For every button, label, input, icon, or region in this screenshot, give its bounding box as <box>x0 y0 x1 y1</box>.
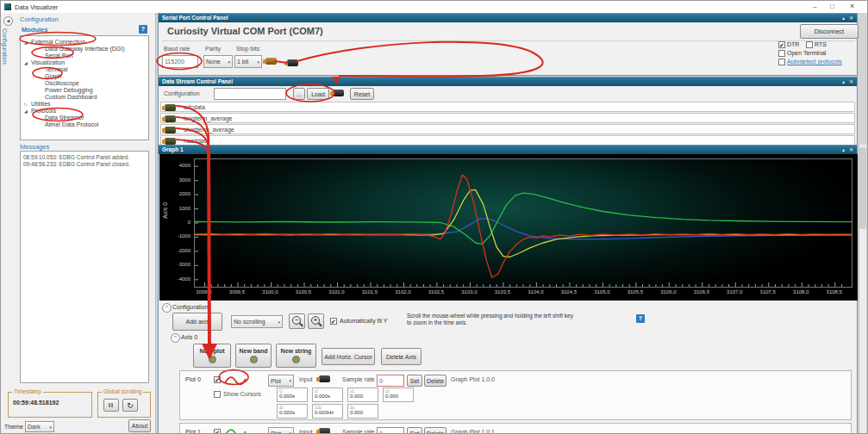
refresh-scrolling-button[interactable]: ↻ <box>122 399 138 412</box>
about-button[interactable]: About <box>128 419 151 432</box>
graph-help-icon[interactable]: ? <box>636 314 645 323</box>
plot0-set-button[interactable]: Set <box>407 375 422 387</box>
cursor-stat-box[interactable]: y20.000 <box>383 388 414 402</box>
stream-config-plug-icon[interactable] <box>333 90 344 96</box>
plot1-sample-rate-input[interactable] <box>377 427 404 434</box>
stream-item-longterm_average[interactable]: longterm_average <box>160 113 855 123</box>
stream-plug-icon[interactable] <box>165 115 176 122</box>
plot0-input-plug-icon[interactable] <box>319 375 330 382</box>
tree-item-serial-port[interactable]: Serial Port <box>21 53 148 59</box>
stream-plug-icon[interactable] <box>165 127 176 133</box>
serial-panel-header[interactable]: Serial Port Control Panel ▴ ✕ <box>159 14 857 22</box>
stream-plug-icon[interactable] <box>165 104 176 111</box>
minimize-icon[interactable]: – <box>813 3 816 10</box>
tree-item-oscilloscope[interactable]: Oscilloscope <box>21 80 148 87</box>
stream-item-shortterm_average[interactable]: shortterm_average <box>160 124 855 134</box>
tree-item-protocols[interactable]: ◢Protocols <box>21 108 148 115</box>
stream-configuration-input[interactable] <box>214 88 286 100</box>
cursor-stat-box[interactable]: Δt0.000s <box>277 404 308 418</box>
plot1-type-dropdown[interactable]: Plot▾ <box>268 427 294 434</box>
maximize-icon[interactable]: □ <box>830 3 834 10</box>
zoom-out-button[interactable]: − <box>289 313 305 329</box>
browse-button[interactable]: ... <box>293 88 305 100</box>
cursor-stat-box[interactable]: t10.000s <box>277 388 308 402</box>
stream-plug-icon[interactable] <box>165 138 176 145</box>
collapse-sidebar-button[interactable]: ◀ <box>3 16 13 26</box>
close-panel-icon[interactable]: ✕ <box>849 78 853 86</box>
add-axis-button[interactable]: Add axis <box>172 313 222 331</box>
close-icon[interactable]: × <box>850 2 854 10</box>
expanded-tree-icon[interactable]: ◢ <box>24 108 31 115</box>
open-terminal-checkbox[interactable] <box>778 50 785 57</box>
graph-panel-header[interactable]: Graph 1 ▴ ✕ <box>159 146 857 154</box>
cursor-stat-box[interactable]: 1/Δt0.000Hz <box>312 404 343 418</box>
tree-item-external-connection[interactable]: ◢External Connection <box>21 39 148 46</box>
cursor-stat-box[interactable]: Δy0.000 <box>347 404 378 418</box>
tree-item-atmel-data-protocol[interactable]: Atmel Data Protocol <box>21 121 148 128</box>
collapse-configuration-button[interactable]: ^ <box>162 303 172 313</box>
sidebar-vertical-tab[interactable]: Configuration <box>2 28 8 65</box>
plot0-type-dropdown[interactable]: Plot▾ <box>268 375 294 387</box>
collapsed-tree-icon[interactable]: ▷ <box>24 101 31 108</box>
collapse-panel-icon[interactable]: ▴ <box>842 78 845 86</box>
tree-item-visualization[interactable]: ◢Visualization <box>21 59 148 66</box>
stream-panel-header[interactable]: Data Stream Control Panel ▴ ✕ <box>159 78 857 86</box>
collapse-panel-icon[interactable]: ▴ <box>842 146 845 154</box>
theme-dropdown[interactable]: Dark▾ <box>25 421 54 432</box>
delete-axis-button[interactable]: Delete Axis <box>381 348 422 365</box>
baud-rate-input[interactable] <box>162 55 198 68</box>
zoom-in-button[interactable]: + <box>308 313 324 329</box>
new-band-button[interactable]: New band <box>235 344 272 368</box>
autodetect-checkbox[interactable] <box>778 59 785 65</box>
parity-dropdown[interactable]: None▾ <box>203 55 233 68</box>
y-tick-label: 1000 <box>170 206 190 211</box>
tree-item-custom-dashboard[interactable]: Custom Dashboard <box>21 94 148 101</box>
cursor-stat-box[interactable]: t20.000s <box>312 388 343 402</box>
fit-y-checkbox[interactable]: ✔ <box>330 318 337 325</box>
close-panel-icon[interactable]: ✕ <box>849 14 853 22</box>
plot0-enabled-checkbox[interactable]: ✔ <box>214 376 221 383</box>
x-tick-label: 3099,0 <box>192 289 216 294</box>
add-horiz-cursor-button[interactable]: Add Horiz. Cursor <box>322 348 375 365</box>
tree-item-data-streamer[interactable]: Data Streamer <box>21 115 148 121</box>
plot0-show-cursors-checkbox[interactable] <box>214 391 221 398</box>
plot1-delete-button[interactable]: Delete <box>424 427 446 434</box>
plot0-delete-button[interactable]: Delete <box>424 375 446 387</box>
rts-checkbox[interactable] <box>806 41 813 48</box>
collapse-panel-icon[interactable]: ▴ <box>842 14 845 22</box>
tree-item-data-gateway-interface-dgi-[interactable]: Data Gateway Interface (DGI) <box>21 46 148 53</box>
plot1-enabled-checkbox[interactable]: ✔ <box>214 429 221 434</box>
dtr-checkbox[interactable]: ✔ <box>778 41 785 48</box>
plot1-set-button[interactable]: Set <box>407 427 422 434</box>
stopbits-dropdown[interactable]: 1 bit▾ <box>234 55 262 68</box>
plot-area[interactable] <box>194 158 852 288</box>
new-plot-button[interactable]: New plot <box>193 344 231 368</box>
tree-item-utilities[interactable]: ▷Utilities <box>21 101 148 108</box>
tree-item-graph[interactable]: Graph <box>21 73 148 80</box>
plot0-sample-rate-input[interactable] <box>377 375 404 387</box>
serial-source-plug-icon[interactable] <box>265 58 277 65</box>
reset-button[interactable]: Reset <box>350 88 374 100</box>
expanded-tree-icon[interactable]: ◢ <box>24 59 31 66</box>
stream-name: shortterm_average <box>184 127 234 133</box>
scrollbar-thumb[interactable] <box>859 147 866 229</box>
stream-item-adcdata[interactable]: adcdata <box>160 102 855 112</box>
tree-item-power-debugging[interactable]: Power Debugging <box>21 87 148 94</box>
pause-scrolling-button[interactable]: II <box>103 399 119 412</box>
load-button[interactable]: Load <box>307 88 329 100</box>
expanded-tree-icon[interactable]: ◢ <box>24 39 31 46</box>
chevron-up-icon: ^ <box>174 335 177 340</box>
cursor-stats-row1: t10.000st20.000sy10.000y20.000 <box>277 388 418 403</box>
autodetect-link[interactable]: Autodetect protocols <box>787 59 842 65</box>
scroll-mode-dropdown[interactable]: No scrolling▾ <box>231 315 283 328</box>
new-string-button[interactable]: New string <box>276 344 316 368</box>
cursor-stat-box[interactable]: y10.000 <box>347 388 378 402</box>
vertical-scrollbar[interactable] <box>859 145 866 434</box>
collapse-axis-button[interactable]: ^ <box>171 333 180 343</box>
modules-help-icon[interactable]: ? <box>139 25 147 34</box>
serial-endpoint-plug-icon[interactable] <box>287 59 298 66</box>
tree-item-terminal[interactable]: Terminal <box>21 66 148 73</box>
disconnect-button[interactable]: Disconnect <box>800 24 859 39</box>
plot1-input-plug-icon[interactable] <box>319 428 330 434</box>
close-panel-icon[interactable]: ✕ <box>849 146 853 154</box>
